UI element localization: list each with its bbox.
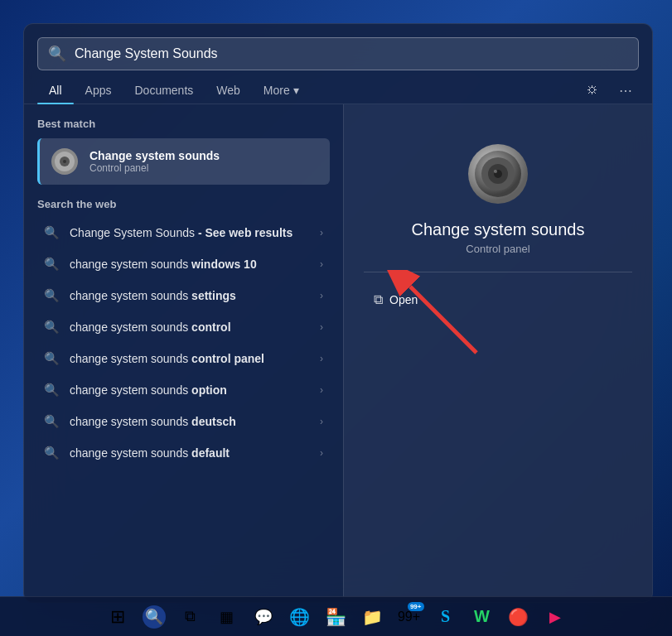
svg-point-3 [63, 160, 66, 163]
taskbar-skype[interactable]: S [429, 600, 462, 634]
list-item[interactable]: 🔍 change system sounds control panel › [37, 343, 330, 374]
taskbar-app-unknown[interactable]: ▶ [539, 600, 572, 634]
search-icon: 🔍 [48, 45, 66, 63]
taskbar-store[interactable]: 🏪 [320, 600, 353, 634]
notification-badge: 99+ [408, 602, 424, 611]
list-item[interactable]: 🔍 change system sounds default › [37, 437, 330, 469]
tab-more[interactable]: More ▾ [252, 77, 311, 104]
result-text-1: Change System Sounds - See web results [70, 226, 323, 239]
search-bar[interactable]: 🔍 [37, 37, 639, 70]
right-panel: Change system sounds Control panel ⧉ Ope… [343, 104, 652, 600]
chevron-right-icon: › [320, 290, 323, 301]
windows-logo-icon: ⊞ [110, 606, 125, 628]
task-view-icon: ⧉ [185, 608, 196, 625]
search-result-icon: 🔍 [44, 320, 60, 335]
taskbar-search[interactable]: 🔍 [138, 600, 171, 634]
search-result-icon: 🔍 [44, 288, 60, 303]
taskbar-whatsapp[interactable]: W [466, 600, 499, 634]
more-options-button[interactable]: ⋯ [612, 80, 639, 102]
best-match-app-icon [50, 147, 80, 176]
best-match-label: Best match [37, 118, 330, 130]
taskbar-teams-chat[interactable]: 💬 [247, 600, 280, 634]
left-panel: Best match Change system sounds Control … [24, 104, 343, 600]
app-detail-subtitle: Control panel [466, 243, 529, 255]
divider [364, 272, 632, 272]
search-result-icon: 🔍 [44, 414, 60, 429]
result-text-2: change system sounds windows 10 [70, 258, 323, 271]
taskbar-windows-start[interactable]: ⊞ [101, 600, 134, 634]
search-result-icon: 🔍 [44, 257, 60, 272]
open-button[interactable]: ⧉ Open [364, 286, 428, 314]
tabs-container: All Apps Documents Web More ▾ ⛭ ⋯ [24, 70, 652, 104]
result-text-5: change system sounds control panel [70, 352, 323, 365]
main-content: Best match Change system sounds Control … [24, 104, 652, 600]
app-large-icon [465, 141, 531, 207]
chevron-right-icon: › [320, 384, 323, 396]
edge-icon: 🌐 [289, 607, 310, 627]
chevron-right-icon: › [320, 353, 323, 364]
list-item[interactable]: 🔍 change system sounds control › [37, 311, 330, 343]
result-text-8: change system sounds default [70, 446, 323, 460]
result-text-6: change system sounds option [70, 383, 323, 397]
external-link-icon: ⧉ [374, 292, 383, 307]
skype-icon: S [441, 607, 450, 626]
whatsapp-icon: W [474, 607, 490, 626]
search-window: 🔍 All Apps Documents Web More ▾ ⛭ ⋯ Best… [23, 23, 653, 603]
search-taskbar-icon: 🔍 [143, 605, 166, 629]
search-bar-area: 🔍 [24, 24, 652, 70]
search-result-icon: 🔍 [44, 225, 60, 240]
tab-documents[interactable]: Documents [123, 77, 205, 104]
app-detail-title: Change system sounds [411, 220, 584, 239]
chevron-right-icon: › [320, 416, 323, 427]
widgets-icon: ▦ [220, 608, 234, 626]
taskbar-file-explorer[interactable]: 📁 [356, 600, 389, 634]
list-item[interactable]: 🔍 change system sounds option › [37, 374, 330, 406]
search-result-icon: 🔍 [44, 351, 60, 366]
taskbar-widgets[interactable]: ▦ [210, 600, 244, 634]
chevron-right-icon: › [320, 258, 323, 270]
notification-icon: 99+ [398, 610, 420, 624]
search-result-icon: 🔍 [44, 383, 60, 398]
taskbar: ⊞ 🔍 ⧉ ▦ 💬 🌐 🏪 📁 99+ 99+ S W 🔴 ▶ [0, 596, 672, 636]
best-match-text: Change system sounds Control panel [89, 149, 220, 174]
file-explorer-icon: 📁 [362, 607, 383, 627]
tabs-right: ⛭ ⋯ [579, 80, 639, 102]
web-section-label: Search the web [37, 198, 330, 210]
tab-apps[interactable]: Apps [74, 77, 123, 104]
result-text-3: change system sounds settings [70, 289, 323, 302]
tab-all[interactable]: All [37, 77, 74, 104]
list-item[interactable]: 🔍 Change System Sounds - See web results… [37, 217, 330, 248]
chevron-right-icon: › [320, 227, 323, 238]
feedback-icon-button[interactable]: ⛭ [579, 80, 606, 101]
result-text-7: change system sounds deutsch [70, 415, 323, 428]
store-icon: 🏪 [326, 607, 346, 627]
taskbar-task-view[interactable]: ⧉ [174, 600, 207, 634]
search-result-icon: 🔍 [44, 446, 60, 460]
taskbar-chrome[interactable]: 🔴 [502, 600, 535, 634]
best-match-item[interactable]: Change system sounds Control panel [37, 138, 330, 185]
best-match-title: Change system sounds [89, 149, 220, 162]
best-match-subtitle: Control panel [89, 162, 220, 174]
tab-web[interactable]: Web [205, 77, 252, 104]
list-item[interactable]: 🔍 change system sounds windows 10 › [37, 248, 330, 280]
taskbar-notification-app[interactable]: 99+ 99+ [393, 600, 426, 634]
chevron-right-icon: › [320, 447, 323, 459]
teams-chat-icon: 💬 [254, 608, 273, 626]
unknown-app-icon: ▶ [549, 608, 561, 626]
search-input[interactable] [75, 46, 628, 61]
list-item[interactable]: 🔍 change system sounds deutsch › [37, 406, 330, 437]
result-text-4: change system sounds control [70, 320, 323, 334]
svg-point-9 [494, 170, 497, 173]
list-item[interactable]: 🔍 change system sounds settings › [37, 280, 330, 311]
taskbar-edge[interactable]: 🌐 [283, 600, 317, 634]
chrome-icon: 🔴 [508, 607, 529, 627]
arrow-annotation [385, 270, 493, 364]
open-label: Open [389, 293, 418, 306]
tabs-left: All Apps Documents Web More ▾ [37, 77, 311, 104]
chevron-right-icon: › [320, 321, 323, 333]
